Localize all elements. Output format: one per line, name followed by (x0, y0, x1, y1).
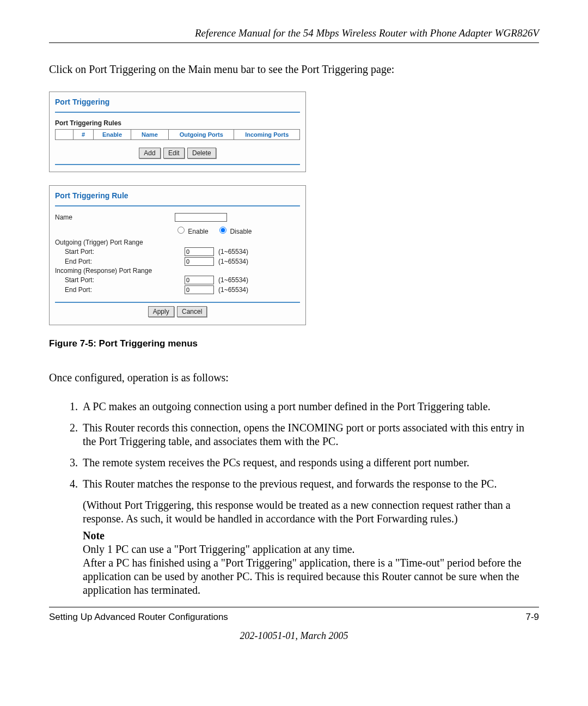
running-header: Reference Manual for the 54 Mbps Wireles… (49, 27, 539, 39)
cancel-button[interactable]: Cancel (177, 306, 207, 317)
in-end-hint: (1~65534) (218, 286, 248, 294)
note-label: Note (83, 529, 539, 543)
apply-button[interactable]: Apply (148, 306, 174, 317)
incoming-range-label: Incoming (Response) Port Range (55, 267, 175, 275)
steps-list: A PC makes an outgoing connection using … (49, 400, 539, 597)
col-incoming: Incoming Ports (234, 130, 300, 140)
step-4-text: This Router matches the response to the … (83, 478, 497, 490)
header-rule (49, 42, 539, 43)
note-body: Only 1 PC can use a "Port Triggering" ap… (83, 543, 539, 597)
panel-divider (55, 205, 300, 206)
out-start-input[interactable] (185, 247, 214, 256)
out-end-hint: (1~65534) (218, 258, 248, 265)
edit-button[interactable]: Edit (163, 148, 185, 159)
enable-radio[interactable]: Enable (175, 228, 209, 235)
footer-right: 7-9 (525, 612, 539, 623)
footer-rule (49, 607, 539, 607)
disable-radio[interactable]: Disable (217, 228, 252, 235)
rules-table: # Enable Name Outgoing Ports Incoming Po… (55, 129, 300, 140)
enable-radio-label: Enable (188, 228, 208, 235)
name-label: Name (55, 214, 175, 221)
panel-title: Port Triggering Rule (55, 191, 300, 200)
col-outgoing: Outgoing Ports (169, 130, 234, 140)
panel-bottom-divider (55, 164, 300, 165)
out-start-hint: (1~65534) (218, 248, 248, 255)
panel-title: Port Triggering (55, 98, 300, 106)
doc-id: 202-10051-01, March 2005 (49, 630, 539, 642)
in-end-label: End Port: (55, 286, 185, 294)
add-button[interactable]: Add (139, 148, 160, 159)
in-start-label: Start Port: (55, 276, 185, 284)
footer-left: Setting Up Advanced Router Configuration… (49, 612, 228, 623)
step-3: The remote system receives the PCs reque… (81, 456, 539, 470)
after-paragraph: Once configured, operation is as follows… (49, 371, 539, 385)
out-end-label: End Port: (55, 258, 185, 265)
out-start-label: Start Port: (55, 248, 185, 255)
panel-divider (55, 112, 300, 113)
name-input[interactable] (175, 213, 227, 222)
col-name: Name (131, 130, 169, 140)
in-start-hint: (1~65534) (218, 276, 248, 284)
intro-paragraph: Click on Port Triggering on the Main men… (49, 63, 539, 76)
figure-caption: Figure 7-5: Port Triggering menus (49, 338, 539, 349)
col-enable: Enable (94, 130, 131, 140)
in-start-input[interactable] (185, 276, 214, 284)
step-2: This Router records this connection, ope… (81, 421, 539, 448)
delete-button[interactable]: Delete (187, 148, 216, 159)
panel-bottom-divider (55, 302, 300, 303)
out-end-input[interactable] (185, 257, 214, 266)
step-1: A PC makes an outgoing connection using … (81, 400, 539, 413)
screenshot-port-triggering-rule: Port Triggering Rule Name Enable Disable… (49, 185, 306, 325)
in-end-input[interactable] (185, 285, 214, 294)
col-select (56, 130, 74, 140)
rules-subtitle: Port Triggering Rules (55, 119, 300, 127)
col-num: # (74, 130, 94, 140)
disable-radio-label: Disable (230, 228, 252, 235)
screenshot-port-triggering-list: Port Triggering Port Triggering Rules # … (49, 92, 306, 172)
outgoing-range-label: Outgoing (Trigger) Port Range (55, 239, 175, 246)
step-4: This Router matches the response to the … (81, 477, 539, 597)
step-4-extra: (Without Port Triggering, this response … (83, 499, 511, 525)
